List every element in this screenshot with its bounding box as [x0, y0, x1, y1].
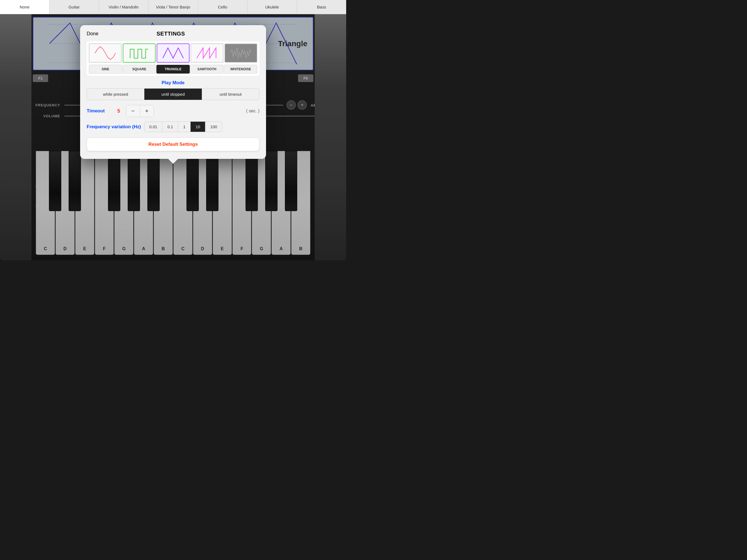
modal-title: SETTINGS — [157, 31, 185, 37]
modal-done-button[interactable]: Done — [87, 31, 98, 36]
wave-btn-sine[interactable]: SINE — [89, 65, 122, 74]
modal-header: Done SETTINGS — [87, 31, 259, 37]
frequency-variation-options: 0.01 0.1 1 10 100 — [144, 121, 222, 132]
freq-var-10[interactable]: 10 — [190, 122, 205, 132]
tab-bass[interactable]: Bass — [297, 0, 346, 14]
instrument-bar: None Guitar Violin / Mandolin Viola / Te… — [0, 0, 346, 14]
wave-btn-square[interactable]: SQUARE — [123, 65, 156, 74]
tab-guitar[interactable]: Guitar — [50, 0, 99, 14]
tab-ukulele[interactable]: Ukulele — [248, 0, 297, 14]
freq-var-1[interactable]: 1 — [178, 122, 190, 132]
wave-preview-whitenoise[interactable] — [225, 44, 257, 62]
wave-preview-square[interactable] — [123, 44, 156, 62]
play-mode-while-pressed[interactable]: while pressed — [87, 88, 145, 100]
timeout-minus-button[interactable]: − — [126, 105, 140, 117]
waveform-buttons: SINE SQUARE TRIANGLE SAWTOOTH WHITENOISE — [89, 65, 257, 74]
piano-body: Triangle F1 F6 SETTINGS FREQUENCY − + — [0, 14, 346, 260]
tab-violin-mandolin[interactable]: Violin / Mandolin — [99, 0, 149, 14]
play-mode-row: while pressed until stopped until timeou… — [87, 88, 259, 100]
timeout-unit: ( sec. ) — [246, 108, 259, 113]
tab-none[interactable]: None — [0, 0, 50, 14]
wave-preview-sine[interactable] — [89, 44, 122, 62]
tab-cello[interactable]: Cello — [198, 0, 248, 14]
freq-var-001[interactable]: 0.01 — [145, 122, 162, 132]
wave-btn-sawtooth[interactable]: SAWTOOTH — [190, 65, 224, 74]
timeout-row: Timeout 5 − + ( sec. ) — [87, 105, 259, 117]
wave-preview-sawtooth[interactable] — [190, 44, 223, 62]
wave-btn-triangle[interactable]: TRIANGLE — [156, 65, 190, 74]
reset-default-settings-button[interactable]: Reset Default Settings — [87, 137, 259, 151]
frequency-variation-row: Frequency variation (Hz) 0.01 0.1 1 10 — [87, 121, 259, 132]
play-mode-title: Play Mode — [87, 80, 259, 85]
freq-var-100[interactable]: 100 — [205, 122, 222, 132]
timeout-value: 5 — [114, 108, 123, 114]
modal-caret — [168, 159, 178, 164]
play-mode-until-stopped[interactable]: until stopped — [145, 88, 202, 100]
waveform-selector: SINE SQUARE TRIANGLE SAWTOOTH WHITENOISE — [87, 41, 259, 76]
freq-var-01[interactable]: 0.1 — [162, 122, 178, 132]
wave-btn-whitenoise[interactable]: WHITENOISE — [224, 65, 257, 74]
timeout-label: Timeout — [87, 108, 111, 114]
modal-overlay: Done SETTINGS — [0, 14, 346, 260]
tab-viola-tenor-banjo[interactable]: Viola / Tenor Banjo — [149, 0, 198, 14]
frequency-variation-label: Frequency variation (Hz) — [87, 124, 141, 130]
wave-preview-triangle[interactable] — [157, 44, 189, 62]
play-mode-until-timeout[interactable]: until timeout — [202, 88, 259, 100]
settings-modal: Done SETTINGS — [80, 25, 266, 159]
timeout-plus-button[interactable]: + — [140, 105, 154, 117]
timeout-stepper: − + — [126, 105, 154, 117]
waveform-previews — [89, 44, 257, 62]
